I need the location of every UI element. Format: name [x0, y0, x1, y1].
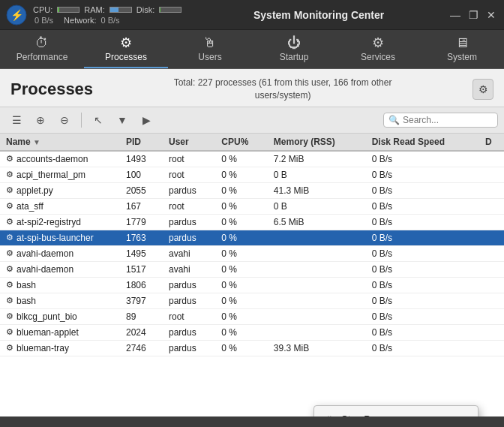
cell-memory: 6.5 MiB: [268, 214, 366, 230]
cell-pid: 2746: [120, 340, 163, 356]
cell-cpu: 0 %: [215, 340, 267, 356]
cell-memory: 7.2 MiB: [268, 151, 366, 167]
cell-memory: 41.3 MiB: [268, 182, 366, 198]
arrow-button[interactable]: ↖: [88, 110, 109, 130]
cell-memory: [268, 277, 366, 293]
expand-button[interactable]: ▼: [112, 110, 133, 130]
cell-memory: [268, 308, 366, 324]
cell-name: ⚙at-spi-bus-launcher: [0, 230, 120, 245]
collapse-button[interactable]: ▶: [136, 110, 157, 130]
cell-d: [479, 182, 504, 198]
table-row[interactable]: ⚙avahi-daemon1495avahi0 %0 B/s: [0, 245, 504, 261]
col-cpu[interactable]: CPU%: [215, 134, 267, 151]
cell-d: [479, 293, 504, 308]
col-d[interactable]: D: [479, 134, 504, 151]
cell-pid: 1495: [120, 245, 163, 261]
cell-user: pardus: [163, 340, 215, 356]
col-name[interactable]: Name ▼: [0, 134, 120, 151]
process-table-wrapper[interactable]: Name ▼ PID User CPU% Memory (RSS) Disk R…: [0, 134, 504, 416]
cell-name: ⚙accounts-daemon: [0, 152, 120, 167]
cell-d: [479, 324, 504, 340]
cell-name: ⚙avahi-daemon: [0, 246, 120, 261]
cell-cpu: 0 %: [215, 182, 267, 198]
tab-startup[interactable]: ⏻ Startup: [252, 30, 336, 68]
proc-name: avahi-daemon: [16, 248, 74, 259]
proc-name: ata_sff: [16, 201, 44, 212]
table-row[interactable]: ⚙accounts-daemon1493root0 %7.2 MiB0 B/s: [0, 151, 504, 167]
processes-icon: ⚙: [120, 36, 132, 50]
window-title: System Monitoring Center: [189, 9, 448, 21]
cell-memory: [268, 245, 366, 261]
proc-icon: ⚙: [6, 264, 14, 274]
nav-tabs: ⏱ Performance ⚙ Processes 🖱 Users ⏻ Star…: [0, 30, 504, 69]
table-row[interactable]: ⚙bash3797pardus0 %0 B/s: [0, 293, 504, 308]
proc-icon: ⚙: [6, 296, 14, 305]
search-input[interactable]: [403, 115, 493, 125]
proc-icon: ⚙: [6, 280, 14, 290]
cell-user: pardus: [163, 214, 215, 230]
maximize-button[interactable]: ❐: [466, 8, 480, 22]
tab-system[interactable]: 🖥 System: [420, 30, 504, 68]
cell-disk: 0 B/s: [366, 277, 479, 293]
cell-cpu: 0 %: [215, 214, 267, 230]
tab-services[interactable]: ⚙ Services: [336, 30, 420, 68]
table-row[interactable]: ⚙bash1806pardus0 %0 B/s: [0, 277, 504, 293]
cell-pid: 1806: [120, 277, 163, 293]
main-content: Processes Total: 227 processes (61 from …: [0, 69, 504, 416]
settings-button[interactable]: ⚙: [472, 79, 494, 100]
table-row[interactable]: ⚙acpi_thermal_pm100root0 %0 B0 B/s: [0, 167, 504, 182]
cell-disk: 0 B/s: [366, 167, 479, 182]
close-button[interactable]: ✕: [484, 8, 498, 22]
cell-d: [479, 198, 504, 214]
tab-processes[interactable]: ⚙ Processes: [84, 30, 168, 68]
cell-user: root: [163, 151, 215, 167]
proc-icon: ⚙: [6, 217, 14, 227]
toolbar-separator-1: [81, 113, 82, 128]
minimize-button[interactable]: —: [448, 8, 462, 22]
sort-arrow-name: ▼: [33, 138, 40, 146]
ctx-stop-process[interactable]: ⏸ Stop Process: [314, 409, 478, 416]
cell-memory: [268, 293, 366, 308]
table-row[interactable]: ⚙at-spi-bus-launcher1763pardus0 %0 B/s: [0, 230, 504, 245]
cell-pid: 1763: [120, 230, 163, 245]
col-user[interactable]: User: [163, 134, 215, 151]
col-disk-read[interactable]: Disk Read Speed: [366, 134, 479, 151]
search-container: 🔍: [383, 113, 498, 128]
table-row[interactable]: ⚙blkcg_punt_bio89root0 %0 B/s: [0, 308, 504, 324]
cell-d: [479, 167, 504, 182]
tab-users[interactable]: 🖱 Users: [168, 30, 252, 68]
tab-users-label: Users: [198, 52, 221, 62]
table-row[interactable]: ⚙ata_sff167root0 %0 B0 B/s: [0, 198, 504, 214]
cell-user: root: [163, 167, 215, 182]
cell-name: ⚙bash: [0, 278, 120, 293]
table-row[interactable]: ⚙blueman-applet2024pardus0 %0 B/s: [0, 324, 504, 340]
proc-icon: ⚙: [6, 154, 14, 164]
table-row[interactable]: ⚙applet.py2055pardus0 %41.3 MiB0 B/s: [0, 182, 504, 198]
window-controls: — ❐ ✕: [448, 8, 498, 22]
add-filter-button[interactable]: ⊕: [30, 110, 51, 130]
cell-d: [479, 230, 504, 245]
cell-disk: 0 B/s: [366, 293, 479, 308]
cell-d: [479, 151, 504, 167]
list-view-button[interactable]: ☰: [6, 110, 27, 130]
cell-cpu: 0 %: [215, 324, 267, 340]
cell-user: avahi: [163, 245, 215, 261]
table-row[interactable]: ⚙avahi-daemon1517avahi0 %0 B/s: [0, 261, 504, 277]
cell-disk: 0 B/s: [366, 308, 479, 324]
processes-header: Processes Total: 227 processes (61 from …: [0, 69, 504, 107]
proc-name: accounts-daemon: [16, 154, 88, 164]
table-row[interactable]: ⚙at-spi2-registryd1779pardus0 %6.5 MiB0 …: [0, 214, 504, 230]
cell-name: ⚙blueman-applet: [0, 325, 120, 340]
tab-performance[interactable]: ⏱ Performance: [0, 30, 84, 68]
cell-d: [479, 245, 504, 261]
table-header-row: Name ▼ PID User CPU% Memory (RSS) Disk R…: [0, 134, 504, 151]
svg-text:⚡: ⚡: [10, 9, 24, 22]
table-row[interactable]: ⚙blueman-tray2746pardus0 %39.3 MiB0 B/s: [0, 340, 504, 356]
remove-filter-button[interactable]: ⊖: [54, 110, 75, 130]
tab-system-label: System: [447, 52, 477, 62]
cell-memory: 39.3 MiB: [268, 340, 366, 356]
proc-name: at-spi2-registryd: [16, 217, 81, 227]
col-pid[interactable]: PID: [120, 134, 163, 151]
cell-pid: 1517: [120, 261, 163, 277]
col-memory[interactable]: Memory (RSS): [268, 134, 366, 151]
